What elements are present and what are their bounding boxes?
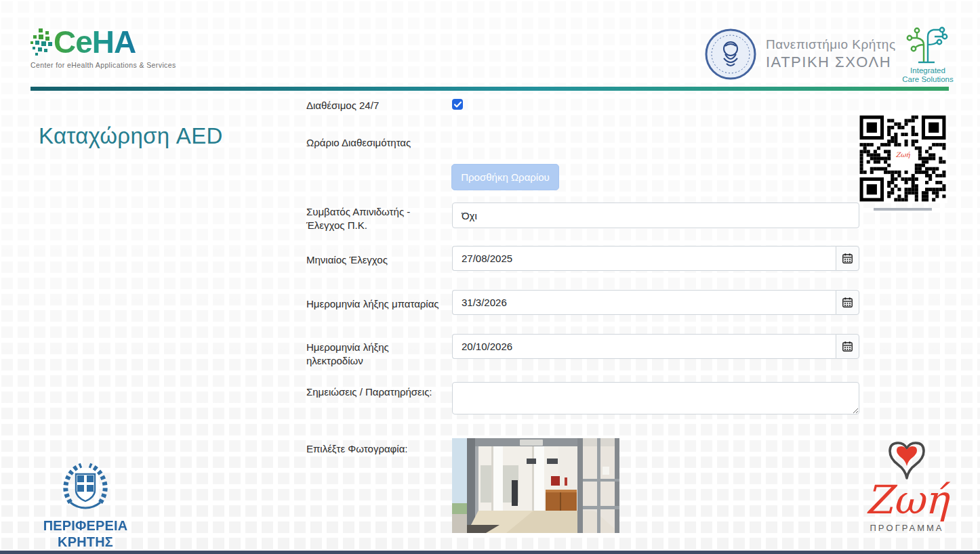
qr-caption [874,208,932,211]
aed-registration-page: CeHA Center for eHealth Applications & S… [0,0,980,554]
aed-location-photo[interactable] [452,438,619,533]
svg-text:Ζωή: Ζωή [895,151,910,159]
region-of-crete-logo: ΠΕΡΙΦΕΡΕΙΑ ΚΡΗΤΗΣ REGION OF CRETE [18,461,153,554]
crete-emblem-icon [58,461,113,515]
monthly-check-input[interactable] [452,246,836,271]
ics-label-line2: Care Solutions [900,75,956,84]
qr-code-block: Ζωή [858,114,947,211]
photo-label: Επιλέξτε Φωτογραφία: [306,442,447,456]
ceha-wordmark: CeHA [54,27,136,57]
monthly-check-calendar-button[interactable] [836,246,859,271]
page-title: Καταχώρηση AED [39,123,223,149]
add-schedule-button[interactable]: Προσθήκη Ωραρίου [451,164,559,190]
compatible-defibrillator-label: Συμβατός Απινιδωτής - Έλεγχος Π.Κ. [306,205,447,232]
electrodes-expiry-calendar-button[interactable] [836,334,859,359]
heart-icon [882,439,932,481]
calendar-icon [842,341,853,351]
ceha-logo: CeHA Center for eHealth Applications & S… [30,27,186,69]
monthly-check-label: Μηνιαίος Έλεγχος [306,253,447,267]
electrodes-expiry-input[interactable] [452,334,836,359]
university-of-crete-logo: Πανεπιστήμιο Κρήτης ΙΑΤΡΙΚΗ ΣΧΟΛΗ [705,28,896,80]
ceha-tagline: Center for eHealth Applications & Servic… [30,61,186,69]
battery-expiry-input[interactable] [452,290,836,315]
zoi-wordmark: Ζωή [853,480,961,520]
ics-label-line1: Integrated [900,66,956,75]
electrodes-expiry-label: Ημερομηνία λήξης ηλεκτροδίων [306,341,447,368]
calendar-icon [842,253,853,263]
calendar-icon [842,297,853,307]
zoi-subtitle: ΠΡΟΓΡΑΜΜΑ [853,523,961,533]
availability-schedule-label: Ωράριο Διαθεσιμότητας [306,136,447,150]
notes-textarea[interactable] [452,382,859,414]
integrated-care-solutions-logo: Integrated Care Solutions [900,24,956,84]
qr-code: Ζωή [858,114,947,203]
checkmark-icon [454,102,462,108]
available-24-7-label: Διαθέσιμος 24/7 [306,99,447,112]
medical-school-name: ΙΑΤΡΙΚΗ ΣΧΟΛΗ [766,54,896,71]
region-name-greek: ΠΕΡΙΦΕΡΕΙΑ ΚΡΗΤΗΣ [21,517,150,550]
zoi-program-logo: Ζωή ΠΡΟΓΡΑΜΜΑ [853,439,961,533]
compatible-defibrillator-input[interactable] [452,203,859,228]
footer-bar [0,551,980,554]
battery-expiry-calendar-button[interactable] [836,290,859,315]
notes-label: Σημειώσεις / Παρατηρήσεις: [306,385,447,399]
university-name: Πανεπιστήμιο Κρήτης [766,37,896,52]
header-divider [30,87,949,91]
ceha-mosaic-icon [30,28,54,57]
available-24-7-checkbox[interactable] [452,99,463,110]
university-seal-icon [705,28,756,80]
battery-expiry-label: Ημερομηνία λήξης μπαταρίας [306,297,447,311]
circuit-tree-icon [903,24,952,64]
lobby-photo-image [452,438,619,533]
